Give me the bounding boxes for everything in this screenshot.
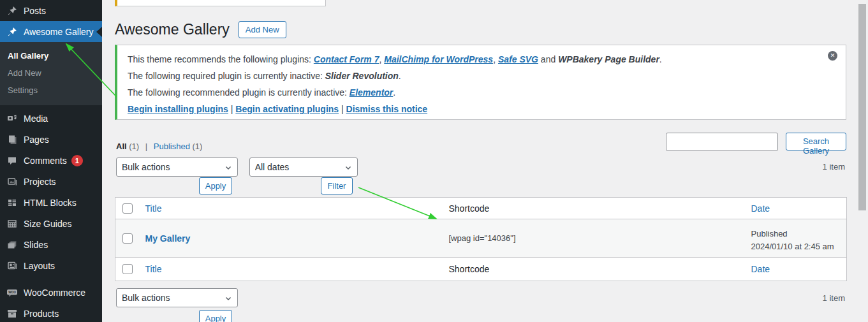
plugin-recommendation-notice: This theme recommends the following plug… xyxy=(115,45,846,120)
comments-count-badge: 1 xyxy=(71,155,83,166)
view-published-count: (1) xyxy=(193,142,203,151)
item-count: 1 item xyxy=(823,162,845,172)
search-input[interactable] xyxy=(666,133,778,151)
search-box: Search Gallery xyxy=(666,133,846,151)
wpbakery-plugin-name: WPBakery Page Builder xyxy=(558,54,659,64)
table-row: My Gallery [wpag id="14036"] Published 2… xyxy=(115,219,847,258)
shortcode-column-header: Shortcode xyxy=(449,258,751,281)
sidebar-item-comments[interactable]: Comments 1 xyxy=(0,150,102,171)
sort-by-date-link[interactable]: Date xyxy=(751,203,770,214)
apply-button[interactable]: Apply xyxy=(199,177,232,194)
submenu-item-all-gallery[interactable]: All Gallery xyxy=(0,47,102,64)
notice-line-recommended-inactive: The following recommended plugin is curr… xyxy=(128,87,820,98)
date-filter-select[interactable]: All dates xyxy=(249,157,358,177)
notice-line-recommended-plugins: This theme recommends the following plug… xyxy=(128,54,820,65)
sidebar-item-label: Products xyxy=(24,309,59,319)
separator: | xyxy=(145,142,147,151)
gallery-title-link[interactable]: My Gallery xyxy=(145,233,191,244)
view-published-link[interactable]: Published xyxy=(154,142,190,151)
vertical-scrollbar xyxy=(857,0,868,322)
sidebar-item-label: Projects xyxy=(24,177,56,187)
shortcode-value: [wpag id="14036"] xyxy=(449,219,751,258)
sidebar-item-label: WooCommerce xyxy=(24,288,85,298)
submenu-item-add-new[interactable]: Add New xyxy=(0,64,102,82)
sidebar-item-html-blocks[interactable]: HTML Blocks xyxy=(0,192,102,213)
sidebar-item-label: Slides xyxy=(24,240,48,250)
sidebar-item-label: Media xyxy=(24,113,48,124)
notice-text: . xyxy=(659,54,662,64)
separator: , xyxy=(493,54,498,64)
media-icon xyxy=(0,113,24,124)
select-all-checkbox[interactable] xyxy=(122,203,133,214)
separator: | xyxy=(231,104,233,114)
dismiss-notice-icon[interactable]: ✕ xyxy=(828,51,837,61)
scrollbar-thumb[interactable] xyxy=(858,4,866,210)
sidebar-item-label: Comments xyxy=(24,156,67,166)
dismiss-this-notice-link[interactable]: Dismiss this notice xyxy=(346,104,428,114)
mailchimp-link[interactable]: MailChimp for WordPress xyxy=(384,54,493,64)
filter-button[interactable]: Filter xyxy=(321,177,353,194)
truncated-warning-notice xyxy=(115,0,326,6)
sidebar-item-label: Pages xyxy=(24,135,49,145)
list-views: All (1) | Published (1) xyxy=(116,142,202,151)
admin-content: Awesome Gallery Add New This theme recom… xyxy=(102,0,868,322)
page-title: Awesome Gallery xyxy=(115,20,230,38)
safe-svg-link[interactable]: Safe SVG xyxy=(498,54,538,64)
sort-by-date-link[interactable]: Date xyxy=(751,264,770,274)
sidebar-item-projects[interactable]: Projects xyxy=(0,171,102,192)
svg-text:WOO: WOO xyxy=(8,291,16,294)
sidebar-item-pages[interactable]: Pages xyxy=(0,129,102,150)
sidebar-item-label: Size Guides xyxy=(24,219,71,229)
sidebar-item-posts[interactable]: Posts xyxy=(0,0,102,21)
view-all-link[interactable]: All xyxy=(116,142,127,151)
sidebar-item-label: Layouts xyxy=(24,261,55,271)
pushpin-icon xyxy=(0,6,24,16)
sidebar-item-media[interactable]: Media xyxy=(0,108,102,129)
sidebar-item-layouts[interactable]: Layouts xyxy=(0,255,102,276)
sidebar-item-slides[interactable]: Slides xyxy=(0,234,102,255)
separator: | xyxy=(341,104,344,114)
add-new-button[interactable]: Add New xyxy=(239,21,286,38)
sidebar-item-label: Awesome Gallery xyxy=(24,27,93,37)
products-icon xyxy=(0,309,24,319)
contact-form-7-link[interactable]: Contact Form 7 xyxy=(314,54,379,64)
sort-by-title-link[interactable]: Title xyxy=(145,264,162,274)
pushpin-icon xyxy=(0,27,24,37)
sort-by-title-link[interactable]: Title xyxy=(145,203,162,214)
submenu-item-settings[interactable]: Settings xyxy=(0,82,102,99)
tablenav-bottom: Bulk actions xyxy=(116,288,238,307)
row-checkbox[interactable] xyxy=(122,233,133,244)
sidebar-item-products[interactable]: Products xyxy=(0,303,102,322)
item-count: 1 item xyxy=(823,293,845,303)
bulk-actions-select[interactable]: Bulk actions xyxy=(116,157,238,177)
sidebar-item-size-guides[interactable]: Size Guides xyxy=(0,213,102,234)
table-icon xyxy=(0,219,24,229)
sidebar-item-label: Posts xyxy=(24,6,46,16)
apply-button-bottom[interactable]: Apply xyxy=(199,310,232,322)
table-footer-row: Title Shortcode Date xyxy=(115,258,847,281)
portfolio-icon xyxy=(0,177,24,187)
pages-icon xyxy=(0,135,24,145)
admin-sidebar: Posts Awesome Gallery All Gallery Add Ne… xyxy=(0,0,102,322)
current-menu-arrow-icon xyxy=(96,27,102,37)
publish-status: Published xyxy=(751,228,847,240)
select-all-checkbox[interactable] xyxy=(122,264,133,274)
awesome-gallery-submenu: All Gallery Add New Settings xyxy=(0,42,102,105)
sidebar-item-woocommerce[interactable]: WOO WooCommerce xyxy=(0,282,102,303)
notice-text: The following required plugin is current… xyxy=(128,71,325,81)
search-gallery-button[interactable]: Search Gallery xyxy=(786,133,846,150)
publish-date: 2024/01/10 at 2:45 am xyxy=(751,240,847,253)
elementor-link[interactable]: Elementor xyxy=(349,87,393,98)
begin-installing-plugins-link[interactable]: Begin installing plugins xyxy=(128,104,228,114)
view-all-count: (1) xyxy=(129,142,139,151)
begin-activating-plugins-link[interactable]: Begin activating plugins xyxy=(235,104,339,114)
notice-text: The following recommended plugin is curr… xyxy=(128,87,349,98)
layout-icon xyxy=(0,261,24,271)
shortcode-column-header: Shortcode xyxy=(449,198,751,219)
comment-icon xyxy=(0,156,24,166)
sidebar-item-awesome-gallery[interactable]: Awesome Gallery xyxy=(0,21,102,42)
slides-icon xyxy=(0,240,24,250)
date-cell: Published 2024/01/10 at 2:45 am xyxy=(751,219,847,258)
notice-text: This theme recommends the following plug… xyxy=(128,54,314,64)
bulk-actions-select-bottom[interactable]: Bulk actions xyxy=(116,288,238,307)
